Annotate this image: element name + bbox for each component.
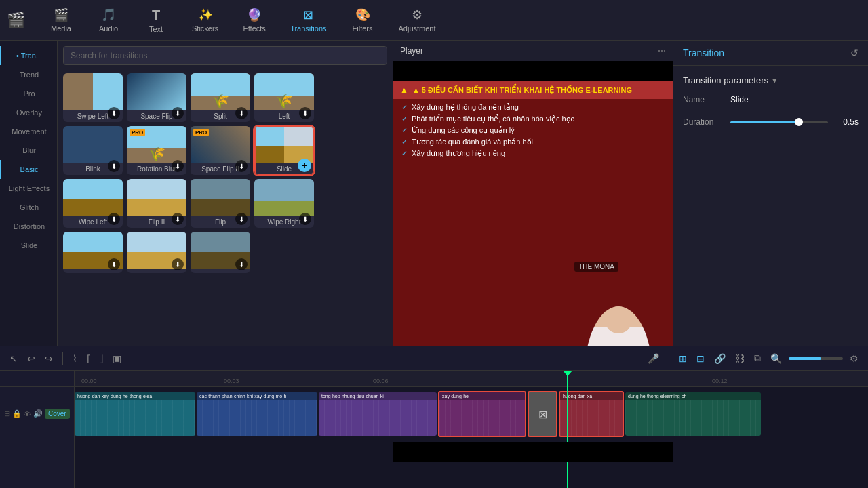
download-flip[interactable]: ⬇ bbox=[235, 213, 248, 225]
toolbar-audio[interactable]: 🎵 Audio bbox=[92, 5, 125, 35]
toolbar-filters[interactable]: 🎨 Filters bbox=[346, 5, 380, 35]
download-space-flip[interactable]: ⬇ bbox=[172, 107, 184, 119]
toolbar-transitions[interactable]: ⊠ Transitions bbox=[285, 5, 332, 35]
sidebar-item-glitch[interactable]: Glitch bbox=[0, 198, 57, 217]
toolbar-stickers[interactable]: ✨ Stickers bbox=[186, 5, 224, 35]
toolbar-text[interactable]: T Text bbox=[139, 5, 173, 36]
sidebar-item-overlay[interactable]: Overlay bbox=[0, 103, 57, 122]
adjustment-icon: ⚙ bbox=[412, 7, 422, 22]
player-menu-icon[interactable]: ⋯ bbox=[658, 46, 666, 56]
download-rotation-blur[interactable]: ⬇ bbox=[172, 160, 184, 172]
sidebar-item-blur[interactable]: Blur bbox=[0, 141, 57, 160]
transition-blink[interactable]: ⬇ Blink bbox=[63, 126, 123, 175]
stickers-icon: ✨ bbox=[198, 7, 213, 22]
track-visibility-btn[interactable]: 👁 bbox=[24, 410, 31, 418]
clip-5[interactable]: huong-dan-xa bbox=[559, 391, 624, 437]
download-swipe-left[interactable]: ⬇ bbox=[108, 107, 120, 119]
transition-flip[interactable]: ⬇ Flip bbox=[191, 179, 250, 228]
add-to-track-btn[interactable]: + bbox=[298, 159, 311, 172]
track-headers: ⊟ 🔒 👁 🔊 Cover bbox=[0, 371, 75, 488]
download-flip2[interactable]: ⬇ bbox=[172, 213, 184, 225]
transition-flip2[interactable]: ⬇ Flip II bbox=[127, 179, 186, 228]
track-audio-btn[interactable]: 🔊 bbox=[33, 409, 43, 418]
timeline-tracks[interactable]: 00:00 00:03 00:06 00:12 huong-dan-xay-du… bbox=[75, 371, 868, 488]
split-btn[interactable]: ⌇ bbox=[70, 352, 80, 365]
settings-icon-btn[interactable]: ⚙ bbox=[847, 352, 861, 365]
select-tool-btn[interactable]: ↖ bbox=[7, 352, 20, 365]
right-panel-title: Transition bbox=[683, 47, 724, 58]
toolbar-media[interactable]: 🎬 Media bbox=[44, 5, 78, 35]
transition-split[interactable]: ⬇ Split bbox=[191, 73, 250, 122]
clip-1[interactable]: huong-dan-xay-dung-he-thong-elea bbox=[75, 392, 195, 436]
copy-btn[interactable]: ⧉ bbox=[751, 351, 764, 365]
split-track-btn[interactable]: ⊟ bbox=[694, 352, 707, 365]
params-title: Transition parameters ▾ bbox=[683, 75, 859, 85]
clip-4[interactable]: xay-dung-he bbox=[438, 391, 526, 437]
trim-right-btn[interactable]: ⌋ bbox=[97, 352, 106, 365]
undo-btn[interactable]: ↩ bbox=[24, 352, 38, 365]
warning-icon: ▲ bbox=[400, 85, 408, 95]
download-wipe-right[interactable]: ⬇ bbox=[299, 213, 311, 225]
crop-btn[interactable]: ▣ bbox=[110, 352, 124, 365]
transition-left[interactable]: ⬇ Left bbox=[254, 73, 314, 122]
sidebar-item-distortion[interactable]: Distortion bbox=[0, 217, 57, 236]
sidebar-item-pro[interactable]: Pro bbox=[0, 84, 57, 103]
duration-fill bbox=[730, 121, 799, 123]
transition-bottom3[interactable]: ⬇ bbox=[191, 232, 250, 273]
sidebar-item-basic[interactable]: Basic bbox=[0, 160, 57, 179]
zoom-bar[interactable] bbox=[789, 357, 843, 360]
timeline-ruler: 00:00 00:03 00:06 00:12 bbox=[75, 371, 868, 387]
thumb-blink bbox=[63, 126, 123, 163]
sidebar-item-light[interactable]: Light Effects bbox=[0, 179, 57, 198]
transition-bottom1[interactable]: ⬇ bbox=[63, 232, 123, 273]
download-blink[interactable]: ⬇ bbox=[108, 160, 120, 172]
add-track-right-btn[interactable]: ⊞ bbox=[676, 352, 690, 365]
duration-thumb[interactable] bbox=[795, 118, 803, 126]
search-input[interactable] bbox=[63, 46, 387, 65]
transition-bottom2[interactable]: ⬇ bbox=[127, 232, 186, 273]
params-expand-icon[interactable]: ▾ bbox=[772, 75, 777, 85]
sidebar-item-slide[interactable]: Slide bbox=[0, 236, 57, 255]
unlink-btn[interactable]: ⛓ bbox=[732, 352, 747, 365]
download-bottom3[interactable]: ⬇ bbox=[235, 258, 248, 270]
transition-rotation-blur[interactable]: PRO ⬇ Rotation Blur bbox=[127, 126, 186, 175]
clip-6[interactable]: dung-he-thong-elearning-ch bbox=[625, 392, 761, 436]
transition-marker[interactable]: ⊠ bbox=[528, 391, 557, 437]
toolbar-effects-label: Effects bbox=[243, 24, 265, 33]
sidebar-item-movement[interactable]: Movement bbox=[0, 122, 57, 141]
transition-space-flip[interactable]: ⬇ Space Flip bbox=[127, 73, 186, 122]
zoom-out-btn[interactable]: 🔍 bbox=[768, 352, 785, 365]
sidebar-item-trend[interactable]: Trend bbox=[0, 65, 57, 84]
sidebar-item-all[interactable]: • Tran... bbox=[0, 46, 57, 65]
download-wipe-left[interactable]: ⬇ bbox=[108, 213, 120, 225]
transition-swipe-left[interactable]: ⬇ Swipe Left bbox=[63, 73, 123, 122]
transition-wipe-right[interactable]: ⬇ Wipe Right bbox=[254, 179, 314, 228]
download-left[interactable]: ⬇ bbox=[299, 107, 311, 119]
refresh-icon[interactable]: ↺ bbox=[850, 47, 859, 58]
clip-2[interactable]: cac-thanh-phan-chinh-khi-xay-dung-mo-h bbox=[197, 392, 317, 436]
track-expand-btn[interactable]: ⊟ bbox=[4, 409, 10, 418]
clip-4-label: xay-dung-he bbox=[439, 392, 525, 400]
download-space-flip2[interactable]: ⬇ bbox=[235, 160, 248, 172]
mic-btn[interactable]: 🎤 bbox=[645, 352, 662, 365]
transition-slide[interactable]: + Add to track Slide ← bbox=[254, 126, 314, 175]
trim-left-btn[interactable]: ⌈ bbox=[84, 352, 93, 365]
track-lock-btn[interactable]: 🔒 bbox=[12, 409, 22, 418]
toolbar-effects[interactable]: 🔮 Effects bbox=[237, 5, 271, 35]
track-cover-btn[interactable]: Cover bbox=[45, 409, 70, 419]
transition-wipe-left[interactable]: ⬇ Wipe Left bbox=[63, 179, 123, 228]
toolbar-text-label: Text bbox=[149, 25, 163, 33]
download-split[interactable]: ⬇ bbox=[235, 107, 248, 119]
duration-slider[interactable] bbox=[730, 115, 828, 129]
redo-btn[interactable]: ↪ bbox=[42, 352, 56, 365]
transition-space-flip2[interactable]: PRO ⬇ Space Flip II bbox=[191, 126, 250, 175]
clip-3[interactable]: tong-hop-nhung-tieu-chuan-ki bbox=[319, 392, 437, 436]
search-bar-container bbox=[58, 41, 393, 70]
download-bottom1[interactable]: ⬇ bbox=[108, 258, 120, 270]
download-bottom2[interactable]: ⬇ bbox=[172, 258, 184, 270]
transitions-icon: ⊠ bbox=[303, 7, 313, 22]
player-title: Player bbox=[400, 46, 423, 56]
link-btn[interactable]: 🔗 bbox=[711, 352, 728, 365]
toolbar-transitions-label: Transitions bbox=[290, 24, 326, 33]
toolbar-adjustment[interactable]: ⚙ Adjustment bbox=[393, 5, 441, 35]
